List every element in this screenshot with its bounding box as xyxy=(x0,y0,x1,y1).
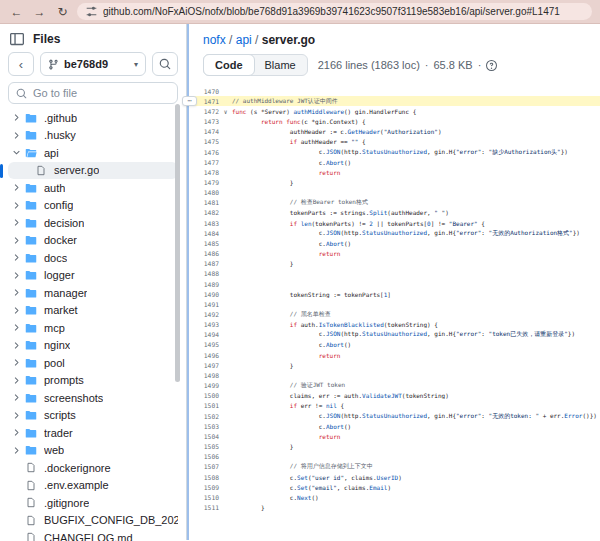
line-number[interactable]: 1498 xyxy=(189,372,219,379)
line-number[interactable]: 1500 xyxy=(189,392,219,399)
line-number[interactable]: 1495 xyxy=(189,341,219,348)
chevron-right-icon[interactable] xyxy=(10,323,23,332)
chevron-down-icon[interactable] xyxy=(10,148,23,157)
line-number[interactable]: 1486 xyxy=(189,250,219,257)
chevron-right-icon[interactable] xyxy=(10,358,23,367)
tree-item-changelog-md[interactable]: CHANGELOG.md xyxy=(8,529,178,541)
chevron-right-icon[interactable] xyxy=(10,131,23,140)
chevron-right-icon[interactable] xyxy=(10,113,23,122)
line-number[interactable]: 1497 xyxy=(189,362,219,369)
tree-item-config[interactable]: config xyxy=(8,197,178,215)
chevron-right-icon[interactable] xyxy=(10,341,23,350)
line-number[interactable]: 1480 xyxy=(189,189,219,196)
line-number[interactable]: 1485 xyxy=(189,240,219,247)
site-settings-icon[interactable] xyxy=(86,6,97,17)
line-number[interactable]: 1490 xyxy=(189,291,219,298)
tree-item-mcp[interactable]: mcp xyxy=(8,319,178,337)
search-this-repo-button[interactable] xyxy=(152,52,178,76)
fold-chevron-icon[interactable]: ∨ xyxy=(219,108,232,115)
tree-item-screenshots[interactable]: screenshots xyxy=(8,389,178,407)
line-number[interactable]: 1501 xyxy=(189,402,219,409)
tab-blame[interactable]: Blame xyxy=(254,55,307,75)
tree-item-auth[interactable]: auth xyxy=(8,179,178,197)
chevron-right-icon[interactable] xyxy=(10,236,23,245)
line-number[interactable]: 1493 xyxy=(189,321,219,328)
line-number[interactable]: 1475 xyxy=(189,138,219,145)
line-number[interactable]: 1481 xyxy=(189,199,219,206)
line-number[interactable]: 1474 xyxy=(189,128,219,135)
tree-item-market[interactable]: market xyxy=(8,302,178,320)
chevron-right-icon[interactable] xyxy=(10,428,23,437)
line-number[interactable]: 1484 xyxy=(189,230,219,237)
tree-item-manager[interactable]: manager xyxy=(8,284,178,302)
tree-item-scripts[interactable]: scripts xyxy=(8,407,178,425)
tree-item-bugfix-config-db-2025-11-[interactable]: BUGFIX_CONFIG_DB_2025-11-… xyxy=(8,512,178,530)
tree-item-api[interactable]: api xyxy=(8,144,178,162)
tree-item--gitignore[interactable]: .gitignore xyxy=(8,494,178,512)
line-number[interactable]: 1507 xyxy=(189,463,219,470)
address-bar[interactable]: github.com/NoFxAiOS/nofx/blob/be768d91a3… xyxy=(77,3,592,20)
line-number[interactable]: 1502 xyxy=(189,413,219,420)
line-number[interactable]: 1492 xyxy=(189,311,219,318)
line-menu-button[interactable]: ⋯ xyxy=(182,96,197,106)
chevron-right-icon[interactable] xyxy=(10,288,23,297)
tree-item-logger[interactable]: logger xyxy=(8,267,178,285)
line-number[interactable]: 1508 xyxy=(189,474,219,481)
chevron-right-icon[interactable] xyxy=(10,411,23,420)
tree-item--dockerignore[interactable]: .dockerignore xyxy=(8,459,178,477)
tree-item-docs[interactable]: docs xyxy=(8,249,178,267)
tree-item-server-go[interactable]: server.go xyxy=(8,162,178,180)
line-number[interactable]: 1472 xyxy=(189,108,219,115)
line-number[interactable]: 1479 xyxy=(189,179,219,186)
line-number[interactable]: 1503 xyxy=(189,423,219,430)
line-number[interactable]: 1510 xyxy=(189,494,219,501)
line-number[interactable]: 1473 xyxy=(189,118,219,125)
line-number[interactable]: 1487 xyxy=(189,260,219,267)
line-number[interactable]: 1482 xyxy=(189,209,219,216)
line-number[interactable]: 1499 xyxy=(189,382,219,389)
line-number[interactable]: 1478 xyxy=(189,169,219,176)
back-arrow-icon[interactable]: ← xyxy=(8,6,25,18)
line-number[interactable]: 1504 xyxy=(189,433,219,440)
line-number[interactable]: 1505 xyxy=(189,443,219,450)
line-number[interactable]: 1511 xyxy=(189,504,219,511)
tree-item-trader[interactable]: trader xyxy=(8,424,178,442)
line-number[interactable]: 1477 xyxy=(189,159,219,166)
tree-item-pool[interactable]: pool xyxy=(8,354,178,372)
line-number[interactable]: 1506 xyxy=(189,453,219,460)
tree-item--github[interactable]: .github xyxy=(8,109,178,127)
tree-item-nginx[interactable]: nginx xyxy=(8,337,178,355)
chevron-right-icon[interactable] xyxy=(10,253,23,262)
forward-arrow-icon[interactable]: → xyxy=(31,6,48,18)
collapse-tree-button[interactable]: ‹ xyxy=(8,52,34,76)
tree-item-prompts[interactable]: prompts xyxy=(8,372,178,390)
line-number[interactable]: 1483 xyxy=(189,220,219,227)
line-number[interactable]: 1494 xyxy=(189,331,219,338)
line-number[interactable]: 1470 xyxy=(189,88,219,95)
info-circle-icon[interactable] xyxy=(486,60,497,71)
line-number[interactable]: 1491 xyxy=(189,301,219,308)
sidebar-scrollbar[interactable] xyxy=(175,104,180,382)
branch-selector[interactable]: be768d9 ▾ xyxy=(40,52,146,76)
tab-code[interactable]: Code xyxy=(203,54,255,76)
chevron-right-icon[interactable] xyxy=(10,271,23,280)
chevron-right-icon[interactable] xyxy=(10,306,23,315)
breadcrumb-repo-link[interactable]: nofx xyxy=(203,33,226,47)
line-number[interactable]: 1488 xyxy=(189,270,219,277)
tree-item--husky[interactable]: .husky xyxy=(8,127,178,145)
chevron-right-icon[interactable] xyxy=(10,376,23,385)
tree-item-decision[interactable]: decision xyxy=(8,214,178,232)
go-to-file-input[interactable]: Go to file xyxy=(8,82,178,104)
line-number[interactable]: 1509 xyxy=(189,484,219,491)
reload-icon[interactable]: ↻ xyxy=(54,6,71,18)
tree-item-docker[interactable]: docker xyxy=(8,232,178,250)
chevron-right-icon[interactable] xyxy=(10,201,23,210)
tree-item--env-example[interactable]: .env.example xyxy=(8,477,178,495)
sidebar-panel-icon[interactable] xyxy=(10,32,24,46)
breadcrumb-dir-link[interactable]: api xyxy=(236,33,252,47)
line-number[interactable]: 1476 xyxy=(189,149,219,156)
chevron-right-icon[interactable] xyxy=(10,183,23,192)
line-number[interactable]: 1489 xyxy=(189,281,219,288)
chevron-right-icon[interactable] xyxy=(10,218,23,227)
chevron-right-icon[interactable] xyxy=(10,393,23,402)
